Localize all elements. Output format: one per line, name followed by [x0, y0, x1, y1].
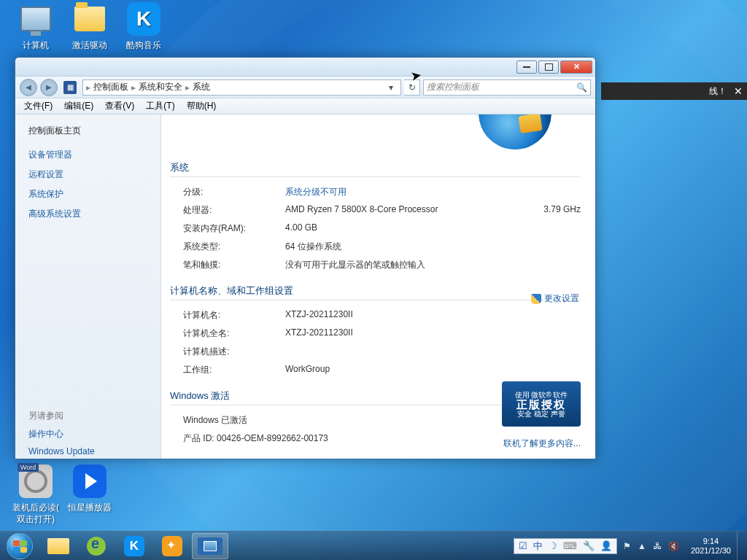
tray-volume-icon[interactable]: 🔇 — [668, 541, 679, 551]
desktop-icon-readme[interactable]: Word装机后必读(双击打开) — [9, 464, 63, 525]
minimize-button[interactable] — [516, 61, 537, 74]
notification-close-icon[interactable]: ✕ — [734, 85, 743, 97]
section-system: 系统 — [170, 161, 581, 177]
desktop-icon-player[interactable]: 恒星播放器 — [63, 464, 117, 513]
sidebar: 控制面板主页 设备管理器 远程设置 系统保护 高级系统设置 另请参阅 操作中心 … — [15, 114, 161, 459]
label: 恒星播放器 — [63, 502, 117, 513]
sidebar-item-action-center[interactable]: 操作中心 — [28, 428, 147, 440]
shield-icon — [531, 294, 541, 304]
maximize-button[interactable] — [538, 61, 559, 74]
taskbar-app-orange[interactable] — [154, 533, 190, 559]
menu-edit[interactable]: 编辑(E) — [58, 98, 99, 114]
sidebar-item-advanced[interactable]: 高级系统设置 — [28, 208, 147, 220]
control-panel-icon: ▦ — [63, 81, 77, 94]
tray-check-icon[interactable]: ☑ — [519, 540, 527, 551]
breadcrumb-item[interactable]: 系统和安全 — [136, 81, 185, 93]
breadcrumb-dropdown-icon[interactable]: ▾ — [384, 82, 398, 93]
show-desktop-button[interactable] — [737, 532, 747, 561]
breadcrumb-item[interactable]: 系统 — [190, 81, 213, 93]
titlebar[interactable] — [15, 58, 595, 77]
menu-tools[interactable]: 工具(T) — [140, 98, 180, 114]
tray: ☑ 中 ☽ ⌨ 🔧 👤 ⚑ ▲ 🖧 🔇 9:14 2021/12/30 — [514, 532, 747, 560]
breadcrumb-item[interactable]: 控制面板 — [90, 81, 131, 93]
main-panel: 系统 分级:系统分级不可用 处理器:AMD Ryzen 7 5800X 8-Co… — [161, 114, 595, 459]
breadcrumb[interactable]: ▸ 控制面板▸ 系统和安全▸ 系统 ▾ — [82, 79, 401, 96]
start-button[interactable] — [0, 532, 39, 561]
sidebar-home[interactable]: 控制面板主页 — [28, 125, 147, 137]
label: 装机后必读( — [9, 502, 63, 513]
rating-link[interactable]: 系统分级不可用 — [285, 186, 581, 198]
taskbar-kugou[interactable]: K — [116, 533, 152, 559]
tray-ime[interactable]: 中 — [533, 540, 543, 553]
desktop-icon-folder[interactable]: 激活驱动 — [63, 1, 117, 51]
menubar: 文件(F) 编辑(E) 查看(V) 工具(T) 帮助(H) — [15, 98, 595, 114]
taskbar-system[interactable] — [192, 533, 228, 559]
genuine-badge: 使用 微软® 软件 正版授权 安全 稳定 声誉 — [502, 381, 581, 427]
desktop-icon-kugou[interactable]: K酷狗音乐 — [117, 1, 171, 51]
menu-view[interactable]: 查看(V) — [99, 98, 140, 114]
menu-help[interactable]: 帮助(H) — [181, 98, 222, 114]
menu-file[interactable]: 文件(F) — [18, 98, 58, 114]
sidebar-item-remote[interactable]: 远程设置 — [28, 168, 147, 181]
label: 双击打开) — [9, 513, 63, 525]
section-computer-name: 计算机名称、域和工作组设置 — [170, 284, 581, 300]
taskbar-explorer[interactable] — [40, 533, 77, 559]
tray-flag-icon[interactable]: ⚑ — [623, 541, 631, 551]
label: 酷狗音乐 — [117, 39, 171, 51]
sidebar-item-protection[interactable]: 系统保护 — [28, 188, 147, 201]
taskbar: K ☑ 中 ☽ ⌨ 🔧 👤 ⚑ ▲ 🖧 🔇 9:14 2021/12/30 — [0, 531, 747, 560]
tray-moon-icon[interactable]: ☽ — [549, 540, 557, 551]
label: 激活驱动 — [63, 39, 117, 51]
desktop-icon-computer[interactable]: 计算机 — [9, 1, 63, 51]
taskbar-ie[interactable] — [78, 533, 115, 559]
back-button[interactable]: ◄ — [20, 79, 37, 96]
tray-chevron-up-icon[interactable]: ▲ — [638, 541, 646, 551]
tray-wrench-icon[interactable]: 🔧 — [583, 540, 595, 551]
clock[interactable]: 9:14 2021/12/30 — [685, 537, 737, 556]
windows-logo-icon — [479, 114, 551, 149]
label: 计算机 — [9, 39, 63, 51]
tray-person-icon[interactable]: 👤 — [600, 540, 612, 551]
sidebar-item-windows-update[interactable]: Windows Update — [28, 446, 147, 456]
nav-toolbar: ◄ ► ▦ ▸ 控制面板▸ 系统和安全▸ 系统 ▾ ↻ 搜索控制面板 🔍 — [15, 77, 595, 98]
change-settings-link[interactable]: 更改设置 — [531, 292, 579, 305]
tray-network-icon[interactable]: 🖧 — [653, 541, 662, 551]
notification-bar: 线！ ✕ — [601, 82, 747, 100]
forward-button[interactable]: ► — [40, 79, 58, 96]
tray-language-strip: ☑ 中 ☽ ⌨ 🔧 👤 — [514, 538, 617, 554]
sidebar-item-device-manager[interactable]: 设备管理器 — [28, 149, 147, 161]
tray-keyboard-icon[interactable]: ⌨ — [563, 540, 577, 551]
search-input[interactable]: 搜索控制面板 🔍 — [423, 79, 591, 96]
system-window: ◄ ► ▦ ▸ 控制面板▸ 系统和安全▸ 系统 ▾ ↻ 搜索控制面板 🔍 文件(… — [15, 57, 596, 459]
learn-more-link[interactable]: 联机了解更多内容... — [503, 438, 581, 450]
seealso-header: 另请参阅 — [28, 410, 147, 422]
close-button[interactable] — [560, 61, 592, 74]
search-icon[interactable]: 🔍 — [576, 82, 587, 93]
windows-orb-icon — [7, 533, 33, 559]
